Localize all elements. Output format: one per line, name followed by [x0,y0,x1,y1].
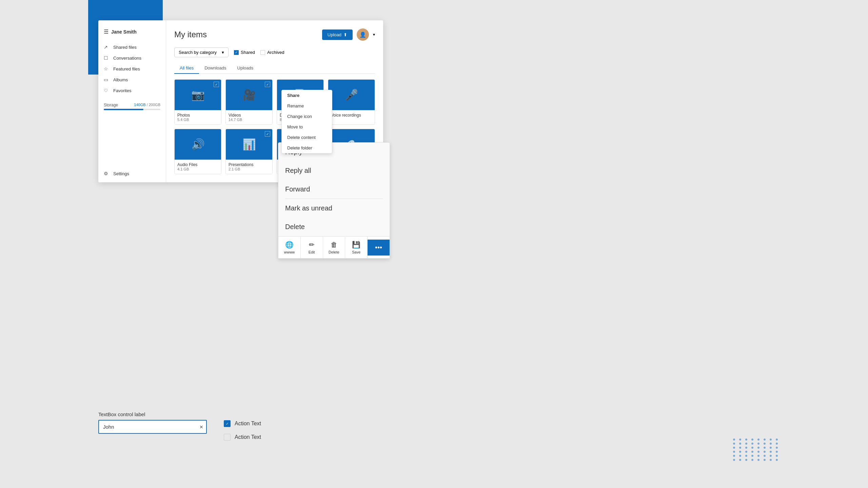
email-toolbar-save[interactable]: 💾 Save [345,237,368,258]
action-checkbox-2-label: Action Text [235,434,261,440]
decorative-dot [739,443,741,445]
sidebar-item-shared-files[interactable]: ↗ Shared files [98,42,166,53]
email-menu-reply-all[interactable]: Reply all [278,161,390,180]
wwww-label: wwww [284,250,295,254]
sidebar-storage: Storage 140GB / 200GB [98,96,166,110]
decorative-dot [733,459,735,461]
decorative-dot [770,439,772,441]
decorative-dot [776,447,778,449]
file-card-info-audio: Audio Files 4.1 GB [175,160,221,174]
presentations-check-badge [265,131,270,137]
context-menu-move-to[interactable]: Move to [282,122,332,132]
decorative-dot [757,455,760,457]
decorative-dot [739,459,741,461]
filter-checkbox-shared[interactable]: ✓ Shared [234,50,255,55]
sidebar-item-favorites[interactable]: ♡ Favorites [98,85,166,96]
sidebar-item-shared-files-label: Shared files [113,45,137,50]
filter-dropdown[interactable]: Search by category ▾ [174,47,229,57]
audio-name: Audio Files [177,162,218,167]
dot-pattern-decoration: // Generate dots const dotContainer = do… [733,439,780,461]
action-checkbox-2-box[interactable] [224,434,231,441]
decorative-dot [745,451,747,453]
sidebar-item-featured-files[interactable]: ☆ Featured files [98,63,166,74]
sidebar: ☰ Jane Smith ↗ Shared files ☐ Conversati… [98,20,166,182]
decorative-dot [770,443,772,445]
textbox-clear-button[interactable]: ✕ [199,424,203,430]
email-menu-forward[interactable]: Forward [278,180,390,199]
decorative-dot [739,455,741,457]
file-card-presentations[interactable]: 📊 Presentations 2.1 GB [225,129,273,174]
textbox-input-wrapper: ✕ [98,420,207,434]
file-card-voice-recordings[interactable]: 🎤 Voice recordings [328,79,375,125]
context-menu-change-icon[interactable]: Change icon [282,111,332,122]
action-checkbox-1[interactable]: ✓ Action Text [224,420,261,427]
action-checkbox-2[interactable]: Action Text [224,434,261,441]
sidebar-item-settings[interactable]: ⚙ Settings [98,168,166,179]
tab-all-files[interactable]: All files [174,63,199,74]
action-checkbox-1-box[interactable]: ✓ [224,420,231,427]
delete-icon: 🗑 [331,241,337,249]
decorative-dot [745,439,747,441]
sidebar-item-conversations-label: Conversations [113,56,141,61]
file-card-audio[interactable]: 🔊 Audio Files 4.1 GB [174,129,221,174]
sidebar-settings-container: ⚙ Settings [98,168,166,179]
shared-checkbox-label: Shared [241,50,255,55]
decorative-dot [751,459,753,461]
decorative-dot [776,443,778,445]
email-menu-mark-unread[interactable]: Mark as unread [278,199,390,218]
file-card-thumb-presentations: 📊 [226,129,272,160]
email-toolbar-delete[interactable]: 🗑 Delete [323,237,346,258]
email-context-menu: Reply Reply all Forward Mark as unread D… [278,142,390,259]
sidebar-item-featured-files-label: Featured files [113,66,140,72]
file-card-thumb-voice: 🎤 [328,80,375,110]
email-toolbar-more[interactable]: ••• [368,240,390,256]
context-menu-share[interactable]: Share [282,90,332,101]
context-menu-rename[interactable]: Rename [282,101,332,111]
decorative-dot [757,447,760,449]
email-menu-delete[interactable]: Delete [278,218,390,236]
storage-usage: 140GB / 200GB [134,103,160,107]
sidebar-item-albums[interactable]: ▭ Albums [98,74,166,85]
storage-label: Storage 140GB / 200GB [104,103,160,107]
sidebar-settings-label: Settings [113,171,129,176]
decorative-dot [739,451,741,453]
photos-size: 5.4 GB [177,118,218,122]
archived-checkbox-box[interactable] [260,50,265,55]
sidebar-item-conversations[interactable]: ☐ Conversations [98,53,166,63]
delete-label: Delete [329,250,339,254]
audio-icon: 🔊 [191,138,205,151]
edit-icon: ✏ [309,241,315,249]
sidebar-header: ☰ Jane Smith [98,26,166,42]
photos-name: Photos [177,113,218,118]
context-menu-delete-folder[interactable]: Delete folder [282,143,332,153]
textbox-section: TextBox control label ✕ [98,411,207,434]
upload-button[interactable]: Upload ⬆ [322,29,353,40]
decorative-dot [751,439,753,441]
file-card-thumb-audio: 🔊 [175,129,221,160]
decorative-dot [745,447,747,449]
decorative-dot [745,443,747,445]
filter-checkbox-archived[interactable]: Archived [260,50,284,55]
sidebar-item-albums-label: Albums [113,77,128,82]
email-toolbar-wwww[interactable]: 🌐 wwww [278,237,301,258]
email-toolbar-edit[interactable]: ✏ Edit [301,237,323,258]
textbox-input[interactable] [98,420,207,434]
tab-downloads[interactable]: Downloads [199,63,232,74]
hamburger-icon[interactable]: ☰ [104,28,108,35]
shared-checkbox-box[interactable]: ✓ [234,50,239,55]
more-icon: ••• [375,244,382,251]
file-card-photos[interactable]: 📷 Photos 5.4 GB [174,79,221,125]
decorative-dot [751,447,753,449]
decorative-dot [751,443,753,445]
voice-icon: 🎤 [345,88,358,101]
avatar[interactable]: 👤 [357,28,369,41]
favorites-icon: ♡ [104,88,110,93]
file-card-videos[interactable]: 🎥 Videos 14.7 GB [225,79,273,125]
decorative-dot [770,455,772,457]
tab-uploads[interactable]: Uploads [232,63,259,74]
storage-bar-fill [104,109,143,110]
file-card-info-videos: Videos 14.7 GB [226,110,272,124]
context-menu-delete-content[interactable]: Delete content [282,132,332,143]
decorative-dot [776,455,778,457]
avatar-chevron-icon[interactable]: ▾ [373,32,375,37]
